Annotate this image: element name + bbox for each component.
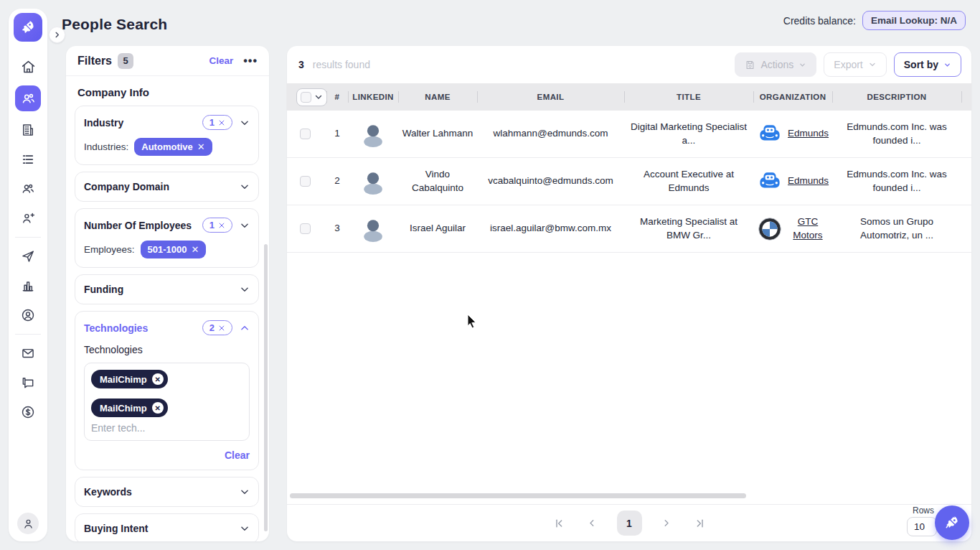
- sidebar-item-send-campaign[interactable]: [16, 246, 40, 267]
- current-page[interactable]: 1: [617, 511, 642, 536]
- filters-clear-button[interactable]: Clear: [209, 55, 233, 66]
- sidebar-item-contacts[interactable]: [16, 178, 40, 200]
- technologies-input-box[interactable]: MailChimp ✕ MailChimp ✕: [84, 363, 250, 441]
- sidebar-item-companies[interactable]: [16, 119, 40, 141]
- linkedin-avatar[interactable]: [359, 215, 387, 243]
- select-all-checkbox[interactable]: [301, 92, 311, 103]
- sidebar-item-chat[interactable]: [16, 372, 40, 393]
- sidebar-divider: [15, 334, 41, 335]
- linkedin-avatar[interactable]: [359, 121, 387, 148]
- app-logo[interactable]: [14, 13, 42, 42]
- sort-by-button[interactable]: Sort by: [894, 52, 961, 77]
- industry-chip-automotive[interactable]: Automotive✕: [134, 138, 212, 156]
- filters-body: Company Info Industry 1 Industries: Auto…: [66, 76, 269, 541]
- export-button[interactable]: Export: [824, 52, 886, 77]
- column-header-name: NAME: [398, 83, 477, 111]
- filter-group-keywords-header[interactable]: Keywords: [84, 486, 250, 498]
- sidebar-item-billing[interactable]: [16, 401, 40, 423]
- technologies-clear-button[interactable]: Clear: [84, 449, 250, 461]
- filters-header: Filters 5 Clear •••: [66, 46, 269, 76]
- filter-group-funding-header[interactable]: Funding: [84, 284, 250, 295]
- tech-tag-mailchimp-2[interactable]: MailChimp ✕: [91, 398, 168, 417]
- filters-more-button[interactable]: •••: [243, 55, 258, 67]
- row-checkbox[interactable]: [300, 176, 311, 187]
- last-page-button[interactable]: [691, 515, 708, 532]
- select-all-dropdown[interactable]: [296, 88, 327, 106]
- clear-filter-x-icon: [218, 325, 225, 332]
- chip-remove-icon[interactable]: ✕: [197, 141, 205, 152]
- results-count: 3: [298, 59, 304, 70]
- organization-link[interactable]: GTC Motors: [788, 215, 828, 241]
- user-circle-icon: [21, 308, 35, 322]
- users-icon: [21, 182, 35, 196]
- tech-search-input[interactable]: [91, 422, 163, 434]
- row-checkbox[interactable]: [300, 129, 311, 139]
- sidebar-item-account[interactable]: [16, 304, 40, 326]
- chevron-down-icon: [314, 93, 323, 101]
- bar-chart-icon: [21, 279, 35, 293]
- industry-count-badge[interactable]: 1: [202, 115, 232, 130]
- column-header-organization: ORGANIZATION: [753, 83, 832, 111]
- company-description: Edmunds.com Inc. was founded i...: [832, 168, 961, 194]
- industries-field-label: Industries:: [84, 141, 128, 152]
- company-description: Edmunds.com Inc. was founded i...: [832, 121, 961, 146]
- assistant-fab[interactable]: [935, 505, 969, 540]
- filter-group-industry-header[interactable]: Industry 1: [84, 115, 250, 130]
- sidebar-item-add-contact[interactable]: [16, 208, 40, 229]
- actions-button[interactable]: Actions: [735, 52, 816, 77]
- email-lookup-button[interactable]: Email Lookup: N/A: [862, 11, 966, 30]
- filter-group-title: Technologies: [84, 322, 148, 334]
- header-right: Credits balance: Email Lookup: N/A: [783, 11, 966, 30]
- credits-balance-label: Credits balance:: [783, 15, 856, 27]
- chevron-right-icon: [661, 518, 672, 528]
- filter-group-technologies-header[interactable]: Technologies 2: [84, 320, 250, 335]
- rows-per-page-select[interactable]: 10: [907, 517, 937, 536]
- user-avatar[interactable]: [17, 513, 39, 534]
- table-row[interactable]: 1 Walter Lahmann wlahmann@edmunds.com Di…: [287, 111, 971, 158]
- sidebar-item-people-search[interactable]: [15, 85, 41, 111]
- chip-remove-icon[interactable]: ✕: [192, 244, 199, 255]
- chat-icon: [21, 376, 35, 390]
- sidebar-item-email[interactable]: [16, 342, 40, 364]
- person-name: Israel Aguilar: [398, 222, 477, 235]
- person-icon: [22, 518, 34, 530]
- person-title: Account Executive at Edmunds: [624, 168, 753, 194]
- filter-group-title: Keywords: [84, 486, 132, 498]
- sidebar-item-home[interactable]: [16, 56, 40, 78]
- organization-link[interactable]: Edmunds: [788, 127, 828, 140]
- table-horizontal-scrollbar[interactable]: [290, 493, 746, 498]
- rocket-icon: [943, 514, 961, 531]
- column-header-linkedin: LINKEDIN: [348, 83, 398, 111]
- filter-group-employees-header[interactable]: Number Of Employees 1: [84, 218, 250, 233]
- column-header-filler: [961, 83, 971, 111]
- tag-remove-icon[interactable]: ✕: [152, 373, 164, 385]
- technologies-count-badge[interactable]: 2: [202, 320, 232, 335]
- table-row[interactable]: 3 Israel Aguilar israel.aguilar@bmw.com.…: [287, 205, 971, 253]
- company-description: Somos un Grupo Automotriz, un ...: [832, 215, 961, 241]
- sidebar-item-lists[interactable]: [16, 149, 40, 170]
- clear-filter-x-icon: [218, 119, 225, 126]
- organization-link[interactable]: Edmunds: [788, 174, 828, 187]
- filters-scrollbar[interactable]: [264, 244, 268, 531]
- column-header-description: DESCRIPTION: [832, 83, 961, 111]
- row-num: 2: [326, 174, 348, 187]
- table-row[interactable]: 2 Vindo Cabalquinto vcabalquinto@edmunds…: [287, 158, 971, 205]
- column-header-num: #: [326, 83, 348, 111]
- prev-page-button[interactable]: [584, 515, 601, 532]
- linkedin-avatar[interactable]: [359, 168, 387, 195]
- filter-group-company-domain-header[interactable]: Company Domain: [84, 181, 250, 192]
- first-page-button[interactable]: [551, 515, 568, 532]
- tag-remove-icon[interactable]: ✕: [152, 402, 164, 414]
- home-icon: [21, 60, 36, 75]
- results-toolbar: 3 results found Actions Export Sort by: [287, 46, 971, 83]
- row-checkbox[interactable]: [300, 223, 311, 234]
- sidebar-item-analytics[interactable]: [16, 275, 40, 297]
- employees-count-badge[interactable]: 1: [202, 218, 232, 233]
- next-page-button[interactable]: [658, 515, 675, 532]
- page-title: People Search: [62, 16, 167, 33]
- tech-tag-mailchimp-1[interactable]: MailChimp ✕: [91, 370, 168, 388]
- employees-chip-501-1000[interactable]: 501-1000✕: [141, 241, 207, 258]
- filter-group-buying-intent-header[interactable]: Buying Intent: [84, 523, 250, 534]
- filter-group-employees: Number Of Employees 1 Employees: 501-100…: [75, 208, 259, 268]
- list-icon: [21, 152, 35, 167]
